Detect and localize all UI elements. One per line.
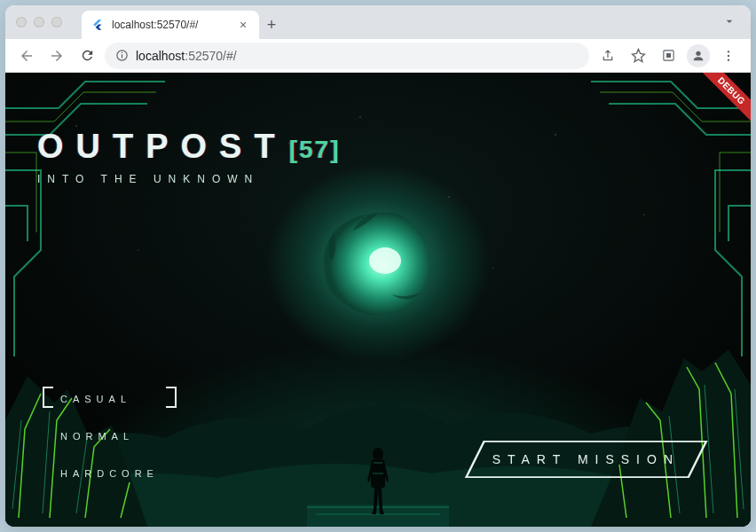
tab-bar: localhost:52570/#/ × + <box>5 5 751 39</box>
extensions-button[interactable] <box>655 43 681 69</box>
bookmark-button[interactable] <box>625 43 651 69</box>
title-main-text: OUTPOST <box>37 128 287 166</box>
browser-tab[interactable]: localhost:52570/#/ × <box>82 11 259 39</box>
character-silhouette <box>362 447 394 516</box>
tab-overflow-button[interactable] <box>722 14 744 32</box>
profile-button[interactable] <box>685 43 712 69</box>
tab-close-button[interactable]: × <box>236 18 250 32</box>
svg-rect-2 <box>122 52 122 53</box>
game-background: DEBUG OUTPOST [57] INTO THE UNKNOWN CASU… <box>5 73 751 527</box>
browser-window: localhost:52570/#/ × + localhost:52570/#… <box>5 5 751 527</box>
svg-point-6 <box>728 51 729 52</box>
svg-rect-1 <box>122 54 122 58</box>
title-id-text: [57] <box>289 136 341 164</box>
difficulty-selector: CASUAL NORMAL HARDCORE <box>48 388 171 484</box>
game-title: OUTPOST [57] <box>37 128 340 166</box>
game-subtitle: INTO THE UNKNOWN <box>37 173 340 185</box>
new-tab-button[interactable]: + <box>259 12 284 37</box>
asteroid-object <box>316 206 440 321</box>
difficulty-option-normal[interactable]: NORMAL <box>48 426 171 447</box>
tab-title: localhost:52570/#/ <box>112 19 198 31</box>
forward-button[interactable] <box>44 43 69 68</box>
url-text: localhost:52570/#/ <box>136 49 237 63</box>
reload-button[interactable] <box>75 43 99 68</box>
svg-point-7 <box>728 54 729 56</box>
share-button[interactable] <box>595 43 621 69</box>
window-controls <box>16 17 62 27</box>
toolbar-actions <box>595 43 742 69</box>
window-close-button[interactable] <box>16 17 27 27</box>
title-block: OUTPOST [57] INTO THE UNKNOWN <box>37 128 340 185</box>
site-info-icon[interactable] <box>115 49 129 62</box>
url-host: localhost <box>136 49 185 63</box>
page-content: DEBUG OUTPOST [57] INTO THE UNKNOWN CASU… <box>5 73 751 527</box>
svg-rect-4 <box>666 53 671 58</box>
flutter-favicon-icon <box>91 18 105 32</box>
window-maximize-button[interactable] <box>51 17 62 27</box>
svg-point-12 <box>369 247 401 274</box>
svg-point-8 <box>728 59 729 60</box>
difficulty-option-casual[interactable]: CASUAL <box>48 388 171 410</box>
url-rest: :52570/#/ <box>185 49 236 63</box>
difficulty-option-hardcore[interactable]: HARDCORE <box>48 463 171 484</box>
browser-toolbar: localhost:52570/#/ <box>5 39 751 73</box>
address-bar[interactable]: localhost:52570/#/ <box>105 43 589 69</box>
back-button[interactable] <box>14 43 39 68</box>
crystal-rocks-right <box>591 323 751 527</box>
start-mission-button[interactable]: START MISSION <box>464 440 708 479</box>
window-minimize-button[interactable] <box>34 17 44 27</box>
svg-point-5 <box>696 51 700 55</box>
svg-point-13 <box>373 448 383 460</box>
menu-button[interactable] <box>715 43 742 69</box>
